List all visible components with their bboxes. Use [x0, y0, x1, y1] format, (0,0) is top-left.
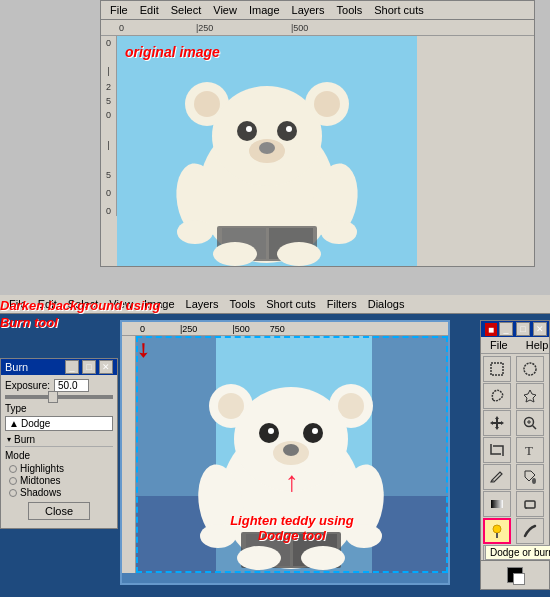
toolbox-bottom — [480, 560, 550, 590]
menu-layers[interactable]: Layers — [287, 3, 330, 17]
tool-panel-title-bar: Burn _ □ ✕ — [1, 359, 117, 375]
svg-point-6 — [212, 86, 322, 186]
annotation-line2: Burn tool — [0, 315, 160, 332]
move-tool[interactable] — [483, 410, 511, 436]
blend-tool[interactable] — [483, 491, 511, 517]
svg-point-12 — [259, 142, 275, 154]
burn-annotation: Darken background using Burn tool — [0, 298, 160, 332]
burn-tool-panel: Burn _ □ ✕ Exposure: 50.0 Type ▲ Dodge ▾… — [0, 358, 118, 529]
svg-point-37 — [283, 444, 299, 456]
toolbox-close[interactable]: ✕ — [533, 322, 547, 336]
svg-rect-56 — [525, 501, 535, 508]
fg-color-swatch[interactable] — [507, 567, 523, 583]
ellipse-select-tool[interactable] — [516, 356, 544, 382]
toolbox-menu-file[interactable]: File — [485, 338, 513, 352]
annotation-line1: Darken background using — [0, 298, 160, 315]
bottom-image-window: 0 |250 |500 750 — [120, 320, 450, 585]
close-button[interactable]: Close — [28, 502, 90, 520]
mode-label: Mode — [5, 450, 113, 461]
toolbox-menu-help[interactable]: Help — [521, 338, 550, 352]
svg-rect-47 — [491, 363, 503, 375]
svg-point-10 — [286, 126, 292, 132]
top-image-window: File Edit Select View Image Layers Tools… — [100, 0, 535, 267]
crop-tool[interactable] — [483, 437, 511, 463]
svg-point-15 — [177, 220, 213, 244]
dodge-burn-tooltip: Dodge or burn — [485, 545, 550, 560]
bottom-canvas: Lighten teddy using Dodge tool ↑ — [122, 336, 448, 573]
smudge-tool[interactable] — [516, 518, 544, 544]
zoom-tool[interactable] — [516, 410, 544, 436]
highlights-label: Highlights — [20, 463, 64, 474]
tool-panel-maximize[interactable]: □ — [82, 360, 96, 374]
tool-panel-close[interactable]: ✕ — [99, 360, 113, 374]
svg-point-45 — [237, 546, 281, 570]
bg-color-swatch[interactable] — [513, 573, 525, 585]
svg-point-46 — [301, 546, 345, 570]
svg-point-30 — [338, 393, 364, 419]
pencil-tool[interactable] — [483, 464, 511, 490]
svg-point-57 — [493, 525, 501, 533]
svg-line-50 — [532, 426, 536, 430]
highlights-radio[interactable] — [9, 465, 17, 473]
chevron-icon: ▲ — [9, 418, 19, 429]
midtones-label: Midtones — [20, 475, 61, 486]
menu-shortcuts[interactable]: Short cuts — [369, 3, 429, 17]
bottom-menu-filters[interactable]: Filters — [322, 297, 362, 311]
top-ruler-vertical: 0 | 2 5 0 | 5 0 0 — [101, 36, 117, 216]
menu-edit[interactable]: Edit — [135, 3, 164, 17]
tool-panel-body: Exposure: 50.0 Type ▲ Dodge ▾ Burn Mode … — [1, 375, 117, 528]
dodge-burn-tool[interactable]: Dodge or burn — [483, 518, 511, 544]
tool-panel-minimize[interactable]: _ — [65, 360, 79, 374]
bottom-ruler-h: 0 |250 |500 750 — [122, 322, 448, 336]
menu-view[interactable]: View — [208, 3, 242, 17]
bottom-menu-layers[interactable]: Layers — [181, 297, 224, 311]
bottom-menu-tools[interactable]: Tools — [225, 297, 261, 311]
dodge-label: Lighten teddy using Dodge tool — [230, 513, 354, 543]
toolbox-minimize[interactable]: _ — [499, 322, 513, 336]
toolbox-menu: File Help — [481, 337, 549, 354]
paintbucket-tool[interactable] — [516, 464, 544, 490]
bottom-menu-dialogs[interactable]: Dialogs — [363, 297, 410, 311]
slider-thumb — [48, 391, 58, 403]
bottom-menu-shortcuts[interactable]: Short cuts — [261, 297, 321, 311]
menu-select[interactable]: Select — [166, 3, 207, 17]
menu-image[interactable]: Image — [244, 3, 285, 17]
exposure-slider[interactable] — [5, 395, 113, 399]
burn-row[interactable]: ▾ Burn — [5, 433, 113, 447]
type-dropdown[interactable]: ▲ Dodge — [5, 416, 113, 431]
svg-point-5 — [314, 91, 340, 117]
svg-point-48 — [524, 363, 536, 375]
midtones-row[interactable]: Midtones — [5, 475, 113, 486]
top-image-label: original image — [125, 44, 220, 60]
shadows-row[interactable]: Shadows — [5, 487, 113, 498]
tool-panel-title: Burn — [5, 361, 28, 373]
eraser-tool[interactable] — [516, 491, 544, 517]
shadows-radio[interactable] — [9, 489, 17, 497]
text-tool[interactable]: T — [516, 437, 544, 463]
svg-text:T: T — [525, 443, 533, 458]
toolbox-grid: T Dodge or burn — [481, 354, 549, 573]
svg-point-16 — [321, 220, 357, 244]
dodge-line2: Dodge tool — [230, 528, 354, 543]
exposure-row: Exposure: 50.0 — [5, 379, 113, 392]
type-label: Type — [5, 403, 113, 414]
toolbox-maximize[interactable]: □ — [516, 322, 530, 336]
tool-panel-controls: _ □ ✕ — [65, 360, 113, 374]
top-image: original image — [117, 36, 417, 266]
exposure-value: 50.0 — [54, 379, 89, 392]
shadows-label: Shadows — [20, 487, 61, 498]
burn-label: Burn — [14, 434, 35, 445]
midtones-radio[interactable] — [9, 477, 17, 485]
burn-chevron: ▾ — [7, 435, 11, 444]
highlights-row[interactable]: Highlights — [5, 463, 113, 474]
menu-tools[interactable]: Tools — [332, 3, 368, 17]
svg-point-20 — [213, 242, 257, 266]
fuzzy-select-tool[interactable] — [516, 383, 544, 409]
dodge-arrow: ↑ — [285, 466, 299, 498]
svg-point-54 — [532, 478, 536, 484]
rect-select-tool[interactable] — [483, 356, 511, 382]
lasso-tool[interactable] — [483, 383, 511, 409]
svg-rect-55 — [491, 500, 503, 508]
type-value: Dodge — [21, 418, 50, 429]
menu-file[interactable]: File — [105, 3, 133, 17]
